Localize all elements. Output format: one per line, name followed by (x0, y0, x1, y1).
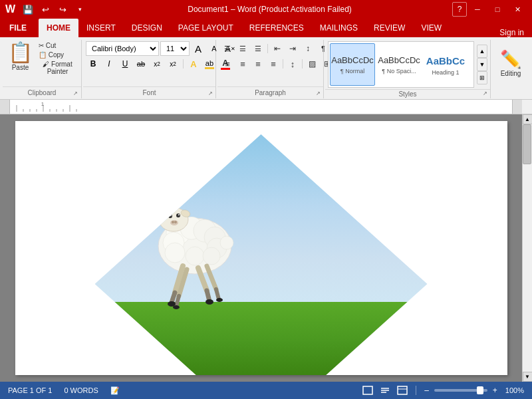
editing-label-row (492, 86, 529, 98)
line-spacing-button[interactable]: ↕ (285, 57, 300, 71)
multi-level-button[interactable]: ☰ (251, 41, 265, 56)
highlight-icon: ab (205, 59, 213, 67)
editing-icon: ✏️ (500, 49, 521, 70)
justify-button[interactable]: ≡ (266, 57, 281, 71)
diamond-image-container[interactable] (95, 134, 428, 375)
web-layout-button[interactable] (396, 384, 409, 396)
tab-review[interactable]: REVIEW (366, 19, 413, 37)
styles-scroll-up[interactable]: ▲ (477, 45, 487, 58)
font-group-inner: Calibri (Body) 11 A A A✕ B I U ab x2 x2 … (83, 40, 215, 86)
style-no-spacing-label: ¶ No Spaci... (382, 68, 416, 74)
increase-indent-button[interactable]: ⇥ (285, 41, 300, 56)
font-label: Font (142, 89, 156, 96)
tab-page-layout[interactable]: PAGE LAYOUT (170, 19, 241, 37)
minimize-button[interactable]: ─ (468, 3, 487, 16)
svg-point-26 (176, 213, 180, 217)
italic-button[interactable]: I (102, 57, 116, 71)
sort-button[interactable]: ↕ (301, 41, 315, 56)
font-size-select[interactable]: 11 (160, 41, 190, 56)
text-highlight-button[interactable]: ab (202, 57, 217, 71)
svg-point-28 (178, 214, 180, 215)
font-group: Calibri (Body) 11 A A A✕ B I U ab x2 x2 … (83, 40, 216, 98)
clipboard-group: 📋 Paste ✂ Cut 📋 Copy 🖌 Format Painter Cl… (3, 40, 82, 98)
clipboard-expand-button[interactable]: ↗ (72, 89, 80, 97)
style-heading1[interactable]: AaBbCc Heading 1 (423, 43, 468, 86)
bullets-button[interactable]: ☰ (220, 41, 235, 56)
zoom-slider[interactable] (434, 389, 487, 392)
page-area (0, 114, 522, 382)
format-painter-button[interactable]: 🖌 Format Painter (37, 60, 78, 76)
shading-button[interactable]: ▨ (305, 57, 319, 71)
print-layout-button[interactable] (361, 384, 374, 396)
image-background (95, 134, 428, 375)
para-sep-2 (283, 59, 283, 68)
scroll-down-button[interactable]: ▼ (523, 372, 533, 382)
page-number-status[interactable]: PAGE 1 OF 1 (5, 385, 55, 396)
superscript-button[interactable]: x2 (166, 57, 180, 71)
svg-point-30 (172, 221, 174, 223)
font-expand-button[interactable]: ↗ (206, 89, 214, 97)
styles-expand-button[interactable]: ↗ (481, 89, 489, 97)
styles-group: AaBbCcDc ¶ Normal AaBbCcDc ¶ No Spaci...… (325, 40, 491, 98)
font-family-select[interactable]: Calibri (Body) (86, 41, 159, 56)
tab-mailings[interactable]: MAILINGS (312, 19, 366, 37)
font-color-container: A (221, 58, 230, 70)
styles-scroll-down[interactable]: ▼ (477, 58, 487, 71)
subscript-button[interactable]: x2 (150, 57, 164, 71)
grow-font-button[interactable]: A (191, 41, 205, 56)
proofing-status[interactable]: 📝 (108, 385, 122, 396)
svg-point-27 (170, 215, 172, 216)
svg-point-21 (203, 247, 220, 265)
styles-label-row: Styles ↗ (325, 89, 490, 98)
styles-group-inner: AaBbCcDc ¶ Normal AaBbCcDc ¶ No Spaci...… (325, 40, 490, 89)
paste-button[interactable]: 📋 Paste (5, 41, 35, 72)
zoom-thumb[interactable] (477, 386, 483, 394)
scroll-thumb[interactable] (523, 124, 531, 164)
redo-button[interactable]: ↪ (55, 2, 70, 17)
sign-in-button[interactable]: Sign in (491, 28, 532, 37)
lamb-image (128, 150, 261, 316)
zoom-out-button[interactable]: – (423, 384, 430, 396)
style-normal[interactable]: AaBbCcDc ¶ Normal (330, 43, 375, 86)
paragraph-group: ☰ ☰ ☰ ⇤ ⇥ ↕ ¶ ≡ ≡ ≡ ≡ ↕ ▨ ⊞ Para (217, 40, 324, 98)
bold-button[interactable]: B (86, 57, 100, 71)
underline-button[interactable]: U (118, 57, 132, 71)
tab-home[interactable]: HOME (39, 19, 78, 37)
numbering-button[interactable]: ☰ (235, 41, 250, 56)
word-count-text: 0 WORDS (64, 386, 98, 394)
cut-button[interactable]: ✂ Cut (37, 41, 78, 50)
scroll-up-button[interactable]: ▲ (523, 114, 533, 124)
quick-access-dropdown[interactable]: ▾ (72, 2, 87, 17)
close-button[interactable]: ✕ (508, 3, 527, 16)
help-button[interactable]: ? (452, 2, 467, 17)
zoom-in-button[interactable]: + (491, 384, 499, 396)
tab-file[interactable]: FILE (0, 19, 36, 37)
font-color-icon: A (222, 58, 228, 68)
styles-more[interactable]: ⊞ (477, 71, 487, 84)
style-no-spacing[interactable]: AaBbCcDc ¶ No Spaci... (376, 43, 422, 86)
save-button[interactable]: 💾 (21, 2, 35, 17)
styles-label: Styles (398, 90, 416, 98)
text-effects-button[interactable]: A (186, 57, 201, 71)
word-count-status[interactable]: 0 WORDS (61, 385, 100, 396)
reading-view-button[interactable] (378, 384, 392, 396)
tab-view[interactable]: VIEW (413, 19, 450, 37)
copy-button[interactable]: 📋 Copy (37, 51, 78, 59)
ruler-left-margin (0, 100, 10, 114)
tab-design[interactable]: DESIGN (124, 19, 170, 37)
align-right-button[interactable]: ≡ (251, 57, 265, 71)
undo-button[interactable]: ↩ (38, 2, 53, 17)
tab-references[interactable]: REFERENCES (241, 19, 312, 37)
scroll-track[interactable] (523, 124, 533, 372)
strikethrough-button[interactable]: ab (134, 57, 148, 71)
tab-insert[interactable]: INSERT (78, 19, 124, 37)
maximize-button[interactable]: □ (488, 3, 507, 16)
align-center-button[interactable]: ≡ (235, 57, 250, 71)
font-color-swatch (221, 68, 230, 70)
editing-button[interactable]: ✏️ Editing (495, 47, 527, 80)
decrease-indent-button[interactable]: ⇤ (270, 41, 285, 56)
document-page[interactable] (15, 121, 507, 375)
paragraph-expand-button[interactable]: ↗ (314, 89, 322, 97)
svg-rect-45 (363, 386, 372, 394)
zoom-level-display[interactable]: 100% (503, 385, 527, 396)
